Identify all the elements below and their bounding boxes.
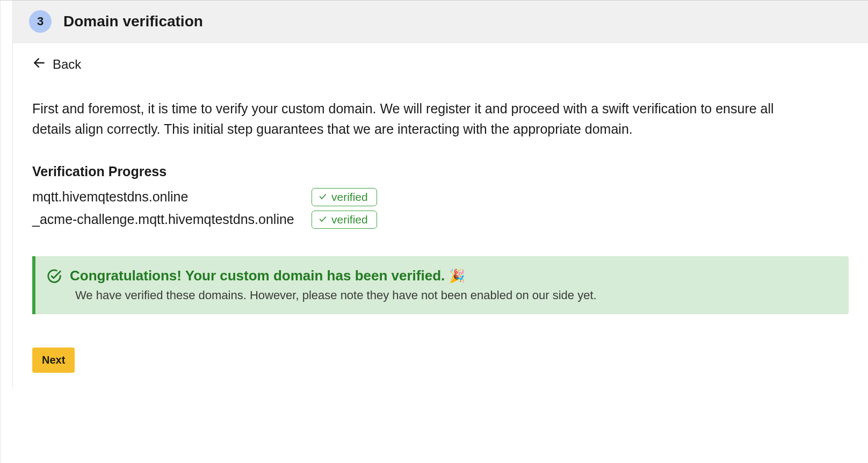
progress-list: mqtt.hivemqtestdns.online verified _acme… <box>32 187 849 229</box>
domain-name: mqtt.hivemqtestdns.online <box>32 187 312 207</box>
party-popper-icon: 🎉 <box>449 269 465 283</box>
progress-heading: Verification Progress <box>32 164 849 179</box>
check-icon <box>319 191 327 204</box>
domain-name: _acme-challenge.mqtt.hivemqtestdns.onlin… <box>32 209 312 230</box>
success-banner: Congratulations! Your custom domain has … <box>32 256 849 314</box>
back-label: Back <box>53 57 81 72</box>
banner-subtitle: We have verified these domains. However,… <box>75 288 597 302</box>
arrow-left-icon <box>32 56 46 73</box>
stage-header: 3 Domain verification <box>12 1 868 43</box>
status-text: verified <box>331 191 368 204</box>
progress-row: mqtt.hivemqtestdns.online verified <box>32 187 849 207</box>
check-circle-icon <box>46 267 62 286</box>
status-badge-verified: verified <box>312 188 377 206</box>
status-text: verified <box>331 213 368 226</box>
intro-text: First and foremost, it is time to verify… <box>32 99 806 139</box>
stage-title: Domain verification <box>63 13 203 30</box>
check-icon <box>319 213 327 226</box>
banner-title: Congratulations! Your custom domain has … <box>70 267 597 285</box>
next-button[interactable]: Next <box>32 348 75 373</box>
step-number-badge: 3 <box>29 10 52 33</box>
progress-row: _acme-challenge.mqtt.hivemqtestdns.onlin… <box>32 209 849 230</box>
step-number: 3 <box>37 15 44 28</box>
back-button[interactable]: Back <box>32 56 81 73</box>
status-badge-verified: verified <box>312 211 377 229</box>
